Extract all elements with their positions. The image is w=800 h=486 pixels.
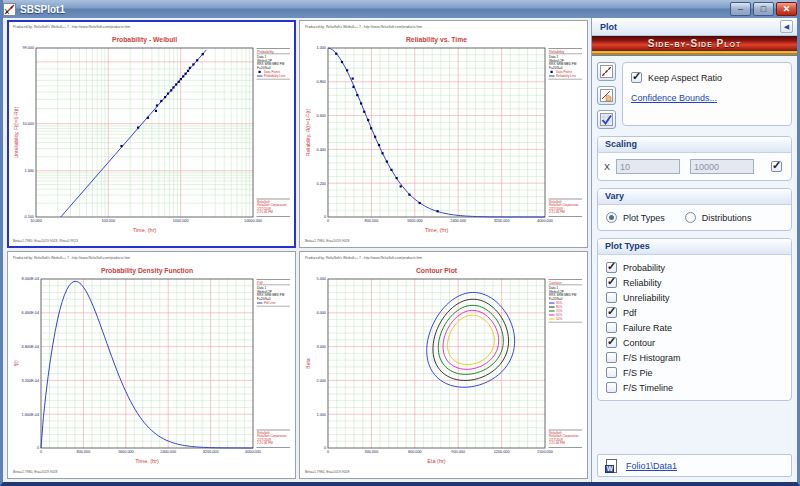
checkbox[interactable] — [606, 367, 617, 378]
plot-setup-button[interactable] — [597, 62, 616, 81]
redraw-check-icon — [600, 113, 613, 126]
maximize-button[interactable]: □ — [753, 2, 774, 16]
checkbox[interactable] — [606, 382, 617, 393]
checkbox[interactable] — [606, 352, 617, 363]
app-icon — [3, 3, 16, 16]
svg-text:Contour: Contour — [549, 281, 563, 285]
svg-text:0.200: 0.200 — [316, 182, 326, 186]
svg-text:Produced by: ReliaSoft's Weibu: Produced by: ReliaSoft's Weibull++ 7 - h… — [305, 256, 422, 260]
svg-text:Produced by: ReliaSoft's Weibu: Produced by: ReliaSoft's Weibull++ 7 - h… — [13, 256, 130, 260]
svg-text:2400.000: 2400.000 — [160, 450, 176, 454]
svg-text:2400.000: 2400.000 — [450, 219, 466, 223]
svg-text:4.800E-04: 4.800E-04 — [21, 345, 39, 349]
aspect-options-box: Keep Aspect Ratio Confidence Bounds... — [622, 62, 792, 126]
label: F/S Histogram — [623, 353, 681, 363]
vary-section: Vary Plot Types Distributions — [597, 188, 792, 231]
svg-text:99.000: 99.000 — [22, 46, 34, 50]
svg-text:Produced by: ReliaSoft's Weibu: Produced by: ReliaSoft's Weibull++ 7 - h… — [13, 25, 130, 29]
svg-text:Pdf Line: Pdf Line — [264, 301, 276, 305]
svg-text:Eta (hr): Eta (hr) — [427, 458, 446, 464]
collapse-panel-button[interactable]: ◀ — [780, 20, 793, 33]
svg-text:2:21:46 PM: 2:21:46 PM — [549, 441, 565, 445]
plot-type-pdf[interactable]: Pdf — [606, 305, 791, 320]
svg-text:10.000: 10.000 — [22, 122, 34, 126]
scaling-header: Scaling — [598, 137, 791, 153]
label: Reliability — [623, 278, 662, 288]
svg-text:2:21:46 PM: 2:21:46 PM — [257, 441, 273, 445]
checkbox[interactable] — [606, 337, 617, 348]
scale-min-input[interactable] — [616, 159, 680, 174]
svg-text:900.000: 900.000 — [451, 450, 465, 454]
checkbox[interactable] — [606, 292, 617, 303]
app-window: SBSPlot1 – □ ✕ 10.000100.0001000.0001000… — [0, 0, 800, 486]
checkbox[interactable] — [606, 277, 617, 288]
svg-text:F=20/S=0: F=20/S=0 — [257, 66, 271, 70]
svg-text:3.000: 3.000 — [316, 345, 326, 349]
svg-text:10000.000: 10000.000 — [244, 219, 262, 223]
svg-text:Unreliability, F(t)=1-R(t): Unreliability, F(t)=1-R(t) — [13, 106, 19, 158]
scale-max-input[interactable] — [690, 159, 754, 174]
confidence-bounds-link[interactable]: Confidence Bounds... — [631, 93, 783, 103]
svg-text:800.000: 800.000 — [365, 219, 379, 223]
svg-text:Probability - Weibull: Probability - Weibull — [112, 36, 177, 44]
vary-plot-types-radio[interactable] — [606, 212, 617, 223]
svg-text:1.000: 1.000 — [316, 46, 326, 50]
plot-type-probability[interactable]: Probability — [606, 260, 791, 275]
svg-text:50%: 50% — [556, 317, 562, 321]
label: F/S Pie — [623, 368, 653, 378]
plot-card-pdf[interactable]: 0800.0001600.0002400.0003200.0004000.000… — [7, 251, 296, 479]
svg-text:1500.000: 1500.000 — [537, 450, 553, 454]
svg-text:Time, (hr): Time, (hr) — [133, 227, 157, 233]
svg-text:Probability Line: Probability Line — [264, 74, 285, 78]
svg-text:1200.000: 1200.000 — [494, 450, 510, 454]
plot-type-failure-rate[interactable]: Failure Rate — [606, 320, 791, 335]
plot-type-f-s-pie[interactable]: F/S Pie — [606, 365, 791, 380]
svg-text:Reliability, R(t)=1-F(t): Reliability, R(t)=1-F(t) — [305, 109, 311, 157]
checkbox[interactable] — [606, 307, 617, 318]
plot-type-f-s-histogram[interactable]: F/S Histogram — [606, 350, 791, 365]
folio-data-link[interactable]: Folio1\Data1 — [626, 461, 677, 471]
svg-text:Reliability: Reliability — [549, 50, 565, 54]
svg-text:0.600: 0.600 — [316, 114, 326, 118]
vary-body: Plot Types Distributions — [598, 205, 791, 230]
checkbox[interactable] — [606, 262, 617, 273]
checkbox[interactable] — [606, 322, 617, 333]
plot-card-contour[interactable]: 0300.000600.000900.0001200.0001500.0005.… — [299, 251, 588, 479]
pdf-chart: 0800.0001600.0002400.0003200.0004000.000… — [10, 254, 293, 476]
x-axis-label: X — [604, 162, 610, 172]
keep-aspect-ratio-option[interactable]: Keep Aspect Ratio — [631, 72, 783, 83]
redraw-plot-button[interactable] — [597, 110, 616, 129]
vary-distributions-radio[interactable] — [685, 212, 696, 223]
svg-text:2:21:46 PM: 2:21:46 PM — [257, 210, 273, 214]
plot-type-f-s-timeline[interactable]: F/S Timeline — [606, 380, 791, 395]
svg-text:0.800: 0.800 — [316, 80, 326, 84]
svg-text:F=20/S=0: F=20/S=0 — [549, 297, 563, 301]
svg-text:Pdf: Pdf — [257, 281, 262, 285]
minimize-button[interactable]: – — [730, 2, 751, 16]
svg-text:3200.000: 3200.000 — [494, 219, 510, 223]
svg-text:0: 0 — [37, 446, 39, 450]
keep-aspect-ratio-checkbox[interactable] — [631, 72, 642, 83]
svg-text:Reliability Line: Reliability Line — [556, 74, 576, 78]
plot-setup-icon — [600, 65, 613, 78]
plot-card-probability[interactable]: 10.000100.0001000.00010000.00099.00010.0… — [7, 20, 296, 248]
plot-type-reliability[interactable]: Reliability — [606, 275, 791, 290]
autoscale-checkbox[interactable] — [771, 161, 782, 172]
plot-card-reliability[interactable]: 0800.0001600.0002400.0003200.0004000.000… — [299, 20, 588, 248]
svg-text:300.000: 300.000 — [365, 450, 379, 454]
plot-type-contour[interactable]: Contour — [606, 335, 791, 350]
svg-text:Time, (hr): Time, (hr) — [425, 227, 449, 233]
close-button[interactable]: ✕ — [776, 2, 797, 16]
label: Pdf — [623, 308, 637, 318]
rs-draw-hand-icon — [600, 89, 613, 102]
rs-draw-button[interactable] — [597, 86, 616, 105]
svg-text:F=20/S=0: F=20/S=0 — [549, 66, 563, 70]
label: Unreliability — [623, 293, 670, 303]
svg-text:0: 0 — [324, 215, 326, 219]
svg-text:Beta=1.7980, Eta=1019.9028: Beta=1.7980, Eta=1019.9028 — [305, 239, 349, 243]
title-bar[interactable]: SBSPlot1 – □ ✕ — [0, 0, 800, 18]
svg-text:W: W — [607, 465, 614, 472]
svg-text:0: 0 — [324, 446, 326, 450]
plot-type-unreliability[interactable]: Unreliability — [606, 290, 791, 305]
svg-text:4000.000: 4000.000 — [245, 450, 261, 454]
